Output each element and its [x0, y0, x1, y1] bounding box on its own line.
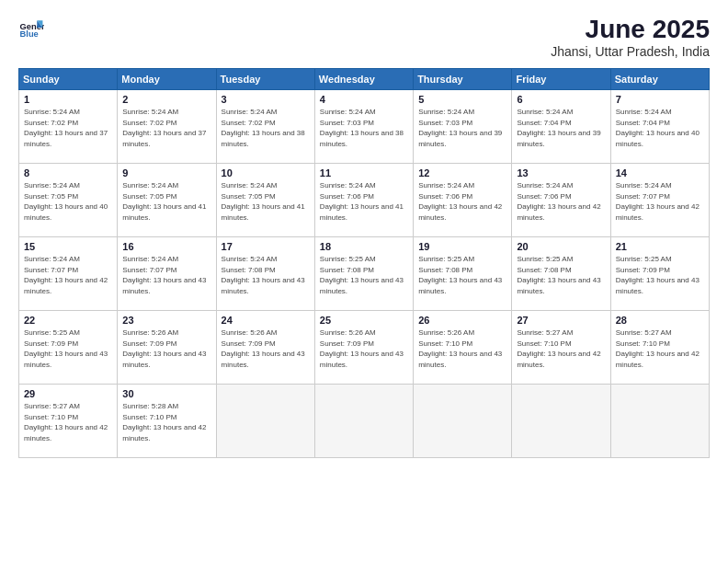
day-number: 23 [122, 315, 210, 326]
calendar-week-1: 1 Sunrise: 5:24 AM Sunset: 7:02 PM Dayli… [19, 90, 710, 164]
day-number: 12 [418, 167, 506, 178]
day-info: Sunrise: 5:24 AM Sunset: 7:03 PM Dayligh… [320, 107, 408, 149]
calendar-cell: 4 Sunrise: 5:24 AM Sunset: 7:03 PM Dayli… [314, 90, 413, 164]
calendar-cell: 8 Sunrise: 5:24 AM Sunset: 7:05 PM Dayli… [19, 164, 118, 237]
svg-text:Blue: Blue [20, 29, 39, 39]
day-info: Sunrise: 5:25 AM Sunset: 7:08 PM Dayligh… [418, 254, 506, 296]
logo-icon: General Blue [18, 15, 44, 40]
day-number: 14 [616, 167, 704, 178]
day-info: Sunrise: 5:24 AM Sunset: 7:02 PM Dayligh… [24, 107, 112, 149]
day-info: Sunrise: 5:24 AM Sunset: 7:06 PM Dayligh… [418, 180, 506, 223]
day-info: Sunrise: 5:25 AM Sunset: 7:09 PM Dayligh… [616, 254, 704, 296]
day-number: 27 [517, 315, 605, 326]
day-number: 7 [616, 94, 704, 105]
calendar-week-3: 15 Sunrise: 5:24 AM Sunset: 7:07 PM Dayl… [19, 237, 710, 311]
day-number: 20 [517, 241, 605, 252]
calendar-cell: 5 Sunrise: 5:24 AM Sunset: 7:03 PM Dayli… [414, 90, 512, 164]
calendar-cell: 29 Sunrise: 5:27 AM Sunset: 7:10 PM Dayl… [19, 385, 118, 458]
calendar-cell: 24 Sunrise: 5:26 AM Sunset: 7:09 PM Dayl… [216, 311, 314, 385]
calendar-cell: 10 Sunrise: 5:24 AM Sunset: 7:05 PM Dayl… [216, 164, 314, 237]
day-info: Sunrise: 5:25 AM Sunset: 7:08 PM Dayligh… [517, 254, 605, 296]
calendar-cell: 18 Sunrise: 5:25 AM Sunset: 7:08 PM Dayl… [314, 237, 413, 311]
calendar-cell [414, 385, 512, 458]
day-info: Sunrise: 5:24 AM Sunset: 7:07 PM Dayligh… [24, 254, 112, 296]
day-number: 18 [320, 241, 408, 252]
logo: General Blue [18, 15, 44, 40]
day-info: Sunrise: 5:24 AM Sunset: 7:07 PM Dayligh… [122, 254, 210, 296]
calendar-cell: 13 Sunrise: 5:24 AM Sunset: 7:06 PM Dayl… [512, 164, 610, 237]
calendar-week-5: 29 Sunrise: 5:27 AM Sunset: 7:10 PM Dayl… [19, 385, 710, 458]
day-number: 10 [222, 167, 310, 178]
day-info: Sunrise: 5:24 AM Sunset: 7:05 PM Dayligh… [24, 180, 112, 223]
calendar-cell: 23 Sunrise: 5:26 AM Sunset: 7:09 PM Dayl… [118, 311, 216, 385]
title-block: June 2025 Jhansi, Uttar Pradesh, India [551, 15, 710, 59]
day-info: Sunrise: 5:24 AM Sunset: 7:03 PM Dayligh… [418, 107, 506, 149]
day-info: Sunrise: 5:27 AM Sunset: 7:10 PM Dayligh… [24, 401, 112, 443]
calendar-header: SundayMondayTuesdayWednesdayThursdayFrid… [19, 69, 710, 90]
day-info: Sunrise: 5:25 AM Sunset: 7:08 PM Dayligh… [320, 254, 408, 296]
day-number: 3 [222, 94, 310, 105]
calendar-body: 1 Sunrise: 5:24 AM Sunset: 7:02 PM Dayli… [19, 90, 710, 458]
calendar-cell: 7 Sunrise: 5:24 AM Sunset: 7:04 PM Dayli… [610, 90, 709, 164]
day-number: 5 [418, 94, 506, 105]
day-number: 11 [320, 167, 408, 178]
header-monday: Monday [118, 69, 216, 90]
calendar-cell: 21 Sunrise: 5:25 AM Sunset: 7:09 PM Dayl… [610, 237, 709, 311]
day-number: 9 [122, 167, 210, 178]
header-sunday: Sunday [19, 69, 118, 90]
day-info: Sunrise: 5:24 AM Sunset: 7:06 PM Dayligh… [517, 180, 605, 223]
day-info: Sunrise: 5:24 AM Sunset: 7:02 PM Dayligh… [222, 107, 310, 149]
day-info: Sunrise: 5:26 AM Sunset: 7:10 PM Dayligh… [418, 327, 506, 370]
calendar-cell: 28 Sunrise: 5:27 AM Sunset: 7:10 PM Dayl… [610, 311, 709, 385]
calendar-cell [314, 385, 413, 458]
location: Jhansi, Uttar Pradesh, India [551, 44, 710, 59]
day-info: Sunrise: 5:24 AM Sunset: 7:04 PM Dayligh… [517, 107, 605, 149]
day-info: Sunrise: 5:24 AM Sunset: 7:06 PM Dayligh… [320, 180, 408, 223]
calendar-cell: 30 Sunrise: 5:28 AM Sunset: 7:10 PM Dayl… [118, 385, 216, 458]
calendar-cell: 17 Sunrise: 5:24 AM Sunset: 7:08 PM Dayl… [216, 237, 314, 311]
calendar-cell: 26 Sunrise: 5:26 AM Sunset: 7:10 PM Dayl… [414, 311, 512, 385]
header-friday: Friday [512, 69, 610, 90]
day-info: Sunrise: 5:25 AM Sunset: 7:09 PM Dayligh… [24, 327, 112, 370]
calendar-cell: 3 Sunrise: 5:24 AM Sunset: 7:02 PM Dayli… [216, 90, 314, 164]
calendar-cell: 9 Sunrise: 5:24 AM Sunset: 7:05 PM Dayli… [118, 164, 216, 237]
header-saturday: Saturday [610, 69, 709, 90]
calendar-cell: 27 Sunrise: 5:27 AM Sunset: 7:10 PM Dayl… [512, 311, 610, 385]
day-info: Sunrise: 5:26 AM Sunset: 7:09 PM Dayligh… [222, 327, 310, 370]
day-number: 26 [418, 315, 506, 326]
day-number: 28 [616, 315, 704, 326]
day-info: Sunrise: 5:27 AM Sunset: 7:10 PM Dayligh… [616, 327, 704, 370]
calendar-cell: 6 Sunrise: 5:24 AM Sunset: 7:04 PM Dayli… [512, 90, 610, 164]
day-info: Sunrise: 5:26 AM Sunset: 7:09 PM Dayligh… [320, 327, 408, 370]
calendar-cell: 2 Sunrise: 5:24 AM Sunset: 7:02 PM Dayli… [118, 90, 216, 164]
calendar-cell: 12 Sunrise: 5:24 AM Sunset: 7:06 PM Dayl… [414, 164, 512, 237]
calendar-cell: 19 Sunrise: 5:25 AM Sunset: 7:08 PM Dayl… [414, 237, 512, 311]
day-number: 4 [320, 94, 408, 105]
calendar-cell [610, 385, 709, 458]
day-info: Sunrise: 5:24 AM Sunset: 7:02 PM Dayligh… [122, 107, 210, 149]
calendar-week-2: 8 Sunrise: 5:24 AM Sunset: 7:05 PM Dayli… [19, 164, 710, 237]
day-number: 13 [517, 167, 605, 178]
calendar-cell [216, 385, 314, 458]
day-number: 1 [24, 94, 112, 105]
day-info: Sunrise: 5:24 AM Sunset: 7:04 PM Dayligh… [616, 107, 704, 149]
day-number: 16 [122, 241, 210, 252]
month-year: June 2025 [551, 15, 710, 44]
day-number: 25 [320, 315, 408, 326]
day-number: 8 [24, 167, 112, 178]
day-number: 29 [24, 388, 112, 399]
day-number: 2 [122, 94, 210, 105]
calendar-cell: 16 Sunrise: 5:24 AM Sunset: 7:07 PM Dayl… [118, 237, 216, 311]
calendar-cell: 11 Sunrise: 5:24 AM Sunset: 7:06 PM Dayl… [314, 164, 413, 237]
day-info: Sunrise: 5:24 AM Sunset: 7:05 PM Dayligh… [122, 180, 210, 223]
day-info: Sunrise: 5:24 AM Sunset: 7:07 PM Dayligh… [616, 180, 704, 223]
day-number: 24 [222, 315, 310, 326]
day-number: 19 [418, 241, 506, 252]
day-number: 17 [222, 241, 310, 252]
header-thursday: Thursday [414, 69, 512, 90]
day-number: 22 [24, 315, 112, 326]
calendar-cell: 22 Sunrise: 5:25 AM Sunset: 7:09 PM Dayl… [19, 311, 118, 385]
day-number: 6 [517, 94, 605, 105]
day-number: 30 [122, 388, 210, 399]
header-wednesday: Wednesday [314, 69, 413, 90]
